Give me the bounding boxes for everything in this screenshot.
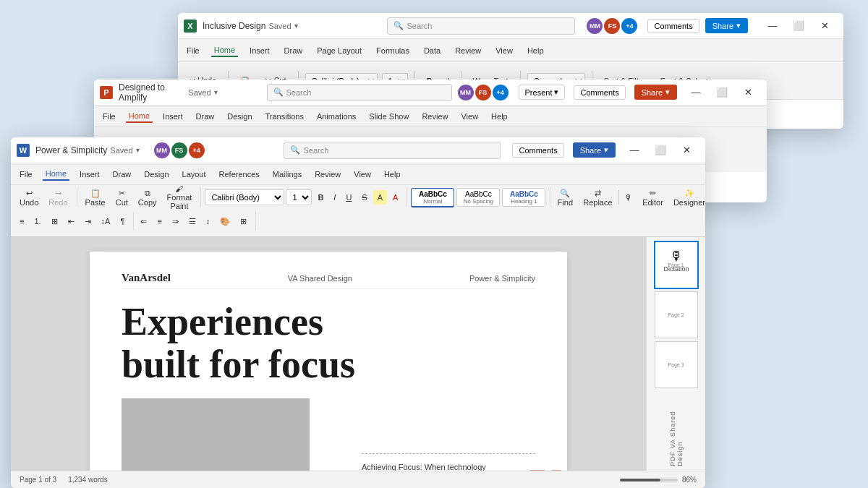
word-menu-draw[interactable]: Draw: [110, 168, 135, 180]
word-designer-button[interactable]: ✨ Designer: [669, 186, 705, 210]
word-bullets-button[interactable]: ≡: [15, 214, 28, 228]
excel-menu-formulas[interactable]: Formulas: [373, 45, 412, 56]
word-sort-button[interactable]: ↕A: [97, 214, 115, 228]
word-menu-review[interactable]: Review: [312, 168, 344, 180]
word-numbering-button[interactable]: 1.: [30, 214, 45, 228]
ppt-search-placeholder: Search: [286, 88, 312, 97]
excel-menu-pagelayout[interactable]: Page Layout: [314, 45, 365, 56]
word-style-heading1[interactable]: AaBbCc Heading 1: [502, 188, 545, 207]
word-editor-button[interactable]: ✏ Editor: [638, 186, 668, 210]
word-cut-button[interactable]: ✂ Cut: [111, 186, 132, 210]
ppt-menu-review[interactable]: Review: [419, 111, 451, 122]
ppt-maximize-button[interactable]: ⬜: [709, 80, 735, 106]
excel-menu-draw[interactable]: Draw: [281, 45, 306, 56]
word-avatar-1: MM: [154, 142, 170, 158]
word-highlight-button[interactable]: A: [373, 190, 387, 205]
word-format-paint-button[interactable]: 🖌 Format Paint: [163, 181, 197, 213]
word-menu-mailings[interactable]: Mailings: [270, 168, 305, 180]
word-replace-button[interactable]: ⇄ Replace: [579, 186, 616, 210]
excel-menu-file[interactable]: File: [184, 45, 203, 56]
word-dictate-button[interactable]: 🎙: [620, 190, 637, 205]
excel-avatar-3: +4: [621, 18, 637, 34]
word-menu-view[interactable]: View: [351, 168, 374, 180]
excel-menu-view[interactable]: View: [493, 45, 516, 56]
ppt-menu-view[interactable]: View: [458, 111, 481, 122]
word-shading-button[interactable]: 🎨: [216, 214, 234, 229]
ppt-menu-draw[interactable]: Draw: [193, 111, 218, 122]
word-menu-home[interactable]: Home: [43, 168, 69, 181]
excel-share-button[interactable]: Share ▾: [705, 18, 748, 33]
word-underline-button[interactable]: U: [341, 190, 356, 205]
excel-maximize-button[interactable]: ⬜: [786, 13, 812, 39]
word-share-button[interactable]: Share ▾: [573, 142, 616, 158]
excel-comments-button[interactable]: Comments: [647, 19, 699, 33]
ppt-menu-design[interactable]: Design: [224, 111, 255, 122]
word-line-spacing-button[interactable]: ↕: [202, 214, 215, 228]
ppt-menu-help[interactable]: Help: [488, 111, 511, 122]
excel-menu-data[interactable]: Data: [421, 45, 443, 56]
word-decrease-indent-button[interactable]: ⇤: [64, 214, 79, 229]
word-style-normal[interactable]: AaBbCc Normal: [411, 188, 454, 207]
word-title-text: Power & Simplicity: [35, 145, 107, 155]
excel-menu-insert[interactable]: Insert: [247, 45, 273, 56]
word-bold-button[interactable]: B: [313, 190, 328, 205]
ppt-search-box[interactable]: 🔍 Search: [267, 84, 452, 101]
word-redo-button[interactable]: ↪ Redo: [44, 186, 72, 210]
ppt-menu-transitions[interactable]: Transitions: [263, 111, 307, 122]
word-align-center-button[interactable]: ≡: [153, 214, 166, 228]
word-comments-button[interactable]: Comments: [512, 143, 563, 158]
ppt-menu-slideshow[interactable]: Slide Show: [366, 111, 412, 122]
word-undo-button[interactable]: ↩ Undo: [15, 186, 43, 210]
word-menu-insert[interactable]: Insert: [77, 168, 103, 180]
excel-menu-review[interactable]: Review: [452, 45, 484, 56]
word-find-button[interactable]: 🔍 Find: [553, 186, 577, 210]
word-borders-button[interactable]: ⊞: [236, 214, 251, 229]
word-menu-design[interactable]: Design: [141, 168, 171, 180]
excel-minimize-button[interactable]: —: [760, 13, 786, 39]
ppt-share-button[interactable]: Share ▾: [634, 85, 677, 100]
word-page-thumb-3[interactable]: Page 3: [655, 341, 698, 388]
word-minimize-button[interactable]: —: [621, 137, 647, 163]
word-menu-layout[interactable]: Layout: [179, 168, 209, 180]
word-close-button[interactable]: ✕: [673, 137, 699, 163]
word-italic-button[interactable]: I: [329, 190, 340, 205]
word-zoom-bar[interactable]: [620, 479, 678, 481]
word-align-left-button[interactable]: ⇐: [136, 214, 151, 229]
word-justify-button[interactable]: ☰: [184, 214, 200, 229]
word-menu-file[interactable]: File: [17, 168, 35, 180]
word-doc-scroll[interactable]: VanArsdel VA Shared Design Power & Simpl…: [11, 237, 646, 471]
ppt-minimize-button[interactable]: —: [683, 80, 709, 106]
word-font-selector[interactable]: Calibri (Body): [205, 189, 284, 205]
ppt-menu-animations[interactable]: Animations: [314, 111, 359, 122]
word-align-right-button[interactable]: ⇒: [168, 214, 183, 229]
sep: [618, 190, 619, 205]
word-pilcrow-button[interactable]: ¶: [116, 214, 129, 228]
ppt-menu-insert[interactable]: Insert: [160, 111, 186, 122]
ppt-comments-button[interactable]: Comments: [574, 85, 625, 100]
word-increase-indent-button[interactable]: ⇥: [80, 214, 95, 229]
word-page-thumb-2[interactable]: Page 2: [655, 291, 698, 338]
ppt-menu-file[interactable]: File: [100, 111, 119, 122]
word-font-color-button[interactable]: A: [388, 190, 402, 205]
word-menu-references[interactable]: References: [216, 168, 263, 180]
word-paste-button[interactable]: 📋 Paste: [81, 186, 110, 210]
ppt-avatar-3: +4: [493, 85, 509, 100]
word-copy-button[interactable]: ⧉ Copy: [134, 186, 161, 210]
excel-menu-home[interactable]: Home: [211, 44, 238, 57]
word-strikethrough-button[interactable]: S: [357, 190, 371, 205]
excel-search-box[interactable]: 🔍 Search: [387, 17, 575, 35]
word-menu-help[interactable]: Help: [381, 168, 404, 180]
word-maximize-button[interactable]: ⬜: [647, 137, 673, 163]
ppt-present-button[interactable]: Present ▾: [519, 85, 566, 100]
word-search-box[interactable]: 🔍 Search: [284, 142, 501, 159]
ppt-menu-home[interactable]: Home: [126, 110, 153, 123]
word-dictate-panel-btn[interactable]: 🎙 Dictation: [647, 241, 705, 279]
ppt-title-bar: P Designed to Amplify Saved ▾ 🔍 Search M…: [94, 80, 767, 106]
word-font-size[interactable]: 11: [286, 189, 312, 205]
ppt-close-button[interactable]: ✕: [735, 80, 761, 106]
excel-close-button[interactable]: ✕: [812, 13, 838, 39]
word-style-nospace[interactable]: AaBbCc No Spacing: [456, 188, 500, 207]
excel-menu-help[interactable]: Help: [524, 45, 547, 56]
word-multilevel-button[interactable]: ⊞: [47, 214, 62, 229]
excel-app-icon: X: [184, 20, 197, 33]
